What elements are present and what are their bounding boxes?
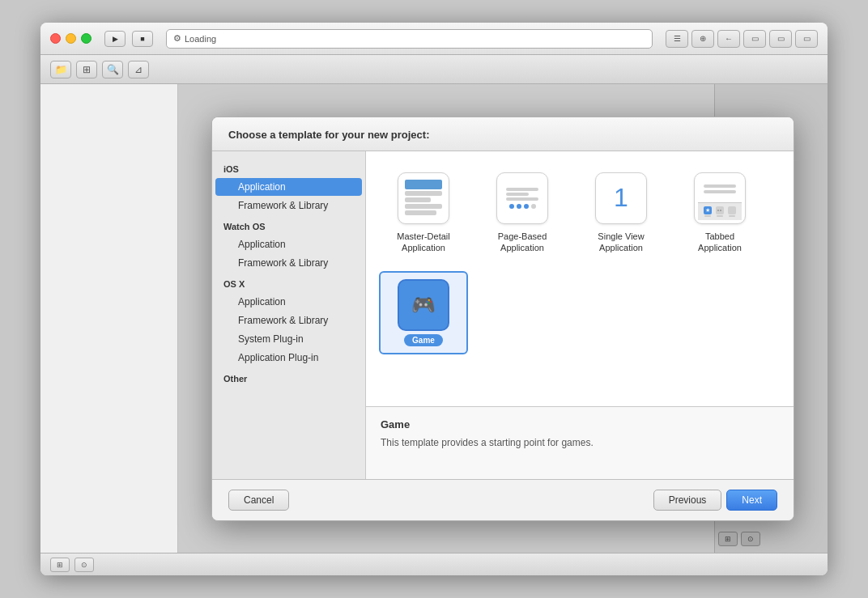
app-content: ction ches ⊞ ⊙ Choose a template for you… [178,84,828,553]
template-game[interactable]: 🎮 Game [379,271,468,354]
osx-section-header: OS X [212,273,365,292]
previous-button[interactable]: Previous [653,490,722,511]
sidebar-item-ios-application[interactable]: Application [215,178,362,196]
dialog-title: Choose a template for your new project: [212,117,794,151]
template-label-page-based: Page-BasedApplication [498,231,547,254]
toolbar-btn-3[interactable]: ← [717,30,740,48]
template-single-view[interactable]: 1 Single ViewApplication [577,164,666,262]
second-toolbar: 📁 ⊞ 🔍 ⊿ [40,55,828,84]
app-sidebar [40,84,178,553]
minimize-button[interactable] [66,33,76,44]
toolbar-btn-4[interactable]: ▭ [743,30,766,48]
sidebar-item-ios-framework[interactable]: Framework & Library [215,197,362,214]
sidebar-item-watchos-framework[interactable]: Framework & Library [215,254,362,272]
template-content: Master-DetailApplication [366,151,794,479]
template-icon-page-based [496,172,548,224]
toolbar-btn-5[interactable]: ▭ [769,30,792,48]
sidebar-item-osx-app-plugin[interactable]: Application Plug-in [215,349,362,367]
toolbar-btn-2[interactable]: ⊕ [691,30,714,48]
new-project-dialog: Choose a template for your new project: … [211,117,794,521]
search-icon-toolbar[interactable]: 🔍 [102,61,123,78]
description-title: Game [381,418,779,430]
template-icon-game: 🎮 [398,279,449,331]
other-section-header: Other [212,367,365,387]
template-icon-single-view: 1 [595,172,647,224]
game-badge: Game [404,334,443,346]
loading-bar: ⚙ Loading [166,29,653,49]
loading-icon: ⚙ [173,33,181,44]
loading-text: Loading [185,34,216,44]
dialog-body: iOS Application Framework & Library Watc… [212,151,794,479]
template-icon-master-detail [398,172,449,224]
toolbar-btn-6[interactable]: ▭ [795,30,818,48]
template-grid: Master-DetailApplication [366,151,794,406]
sidebar-item-watchos-application[interactable]: Application [215,235,362,253]
template-page-based[interactable]: Page-BasedApplication [478,164,567,262]
bottom-btn-2[interactable]: ⊙ [74,558,94,572]
toolbar-btn-1[interactable]: ☰ [666,30,688,48]
sidebar-item-osx-application[interactable]: Application [215,293,362,311]
template-sidebar: iOS Application Framework & Library Watc… [212,151,366,479]
template-icon-tabbed: ★ [694,172,746,224]
play-button[interactable]: ▶ [104,31,126,47]
bottom-btn-1[interactable]: ⊞ [50,558,70,572]
dialog-footer: Cancel Previous Next [212,479,794,520]
template-label-single-view: Single ViewApplication [598,231,644,254]
nav-buttons: Previous Next [653,490,777,511]
watchos-section-header: Watch OS [212,215,365,235]
xcode-window: ▶ ■ ⚙ Loading ☰ ⊕ ← ▭ ▭ ▭ 📁 ⊞ 🔍 ⊿ ction [40,23,828,575]
stop-button[interactable]: ■ [132,31,153,47]
description-area: Game This template provides a starting p… [366,406,794,479]
app-bottom-bar: ⊞ ⊙ [40,553,828,575]
grid-icon[interactable]: ⊞ [76,61,97,78]
title-bar: ▶ ■ ⚙ Loading ☰ ⊕ ← ▭ ▭ ▭ [40,23,828,55]
traffic-lights [50,33,91,44]
sidebar-item-osx-framework[interactable]: Framework & Library [215,312,362,329]
template-tabbed[interactable]: ★ [675,164,764,262]
ios-section-header: iOS [212,158,365,177]
cancel-button[interactable]: Cancel [228,490,289,511]
maximize-button[interactable] [81,33,91,44]
folder-icon[interactable]: 📁 [50,61,71,78]
toolbar-right: ☰ ⊕ ← ▭ ▭ ▭ [666,30,818,48]
close-button[interactable] [50,33,61,44]
next-button[interactable]: Next [726,490,777,511]
dialog-overlay: Choose a template for your new project: … [178,84,828,553]
template-label-master-detail: Master-DetailApplication [397,231,449,254]
main-area: ction ches ⊞ ⊙ Choose a template for you… [40,84,828,553]
description-text: This template provides a starting point … [381,435,779,450]
adjust-icon[interactable]: ⊿ [128,61,149,78]
template-master-detail[interactable]: Master-DetailApplication [379,164,468,262]
template-label-tabbed: TabbedApplication [698,231,742,254]
sidebar-item-osx-system-plugin[interactable]: System Plug-in [215,330,362,348]
